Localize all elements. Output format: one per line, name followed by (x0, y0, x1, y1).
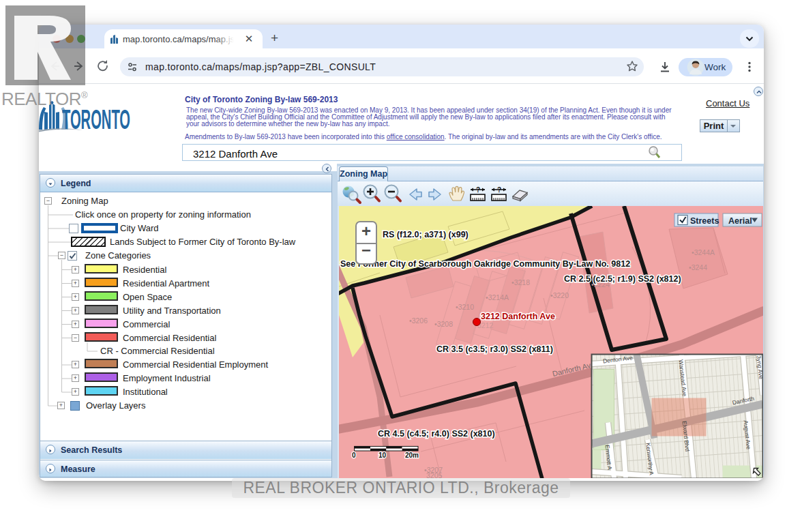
svg-text:•3214A: •3214A (486, 293, 509, 301)
svg-text:•3218: •3218 (511, 278, 530, 286)
svg-text:?: ? (497, 186, 501, 194)
svg-text:RS (f12.0; a371) (x99): RS (f12.0; a371) (x99) (383, 230, 469, 239)
svg-text:See Former City of Scarborough: See Former City of Scarborough Oakridge … (340, 259, 630, 269)
svg-text:20m: 20m (405, 452, 419, 459)
svg-text:•3208: •3208 (434, 320, 453, 328)
svg-text:3212 Danforth Ave: 3212 Danforth Ave (481, 312, 555, 321)
svg-text:Aerial: Aerial (728, 216, 752, 226)
svg-text:•3220: •3220 (550, 291, 569, 299)
svg-text:CR 3.5 (c3.5; r3.0) SS2 (x811: CR 3.5 (c3.5; r3.0) SS2 (x811) (436, 344, 553, 354)
svg-text:•3206: •3206 (409, 316, 428, 325)
svg-text:10: 10 (378, 452, 387, 459)
svg-text:•3244A: •3244A (692, 248, 715, 256)
svg-text:Streets: Streets (690, 216, 719, 226)
svg-text:?: ? (476, 186, 480, 194)
svg-text:•3210: •3210 (456, 303, 474, 311)
svg-text:CR 2.5 (c2.5; r1.9) SS2 (x812: CR 2.5 (c2.5; r1.9) SS2 (x812) (564, 274, 681, 284)
svg-text:0: 0 (352, 452, 356, 459)
svg-text:•3244: •3244 (689, 263, 707, 271)
svg-text:CR 4.5 (c4.5; r4.0) SS2 (x810: CR 4.5 (c4.5; r4.0) SS2 (x810) (378, 429, 495, 439)
svg-text:3205: 3205 (426, 471, 443, 478)
